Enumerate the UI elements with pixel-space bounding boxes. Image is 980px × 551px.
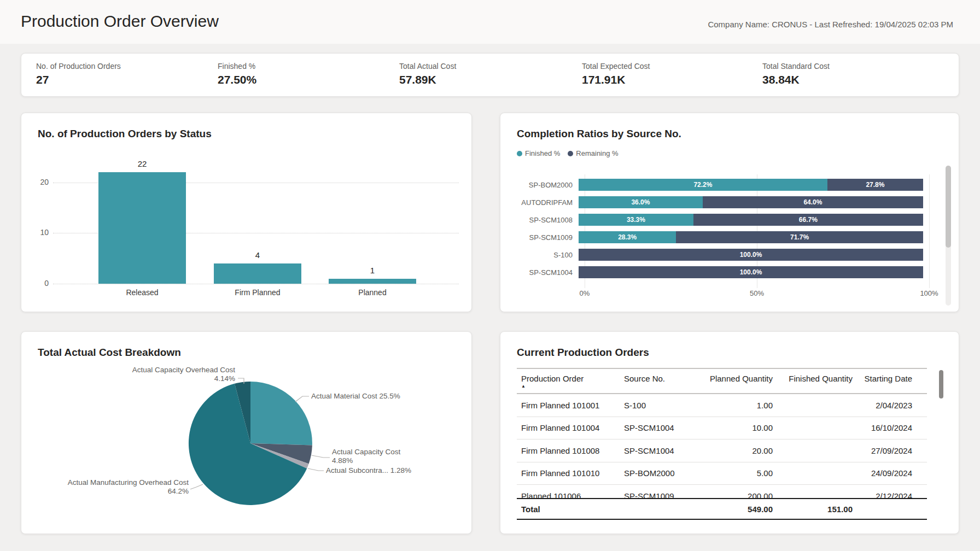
category-label: AUTODRIPFAM	[517, 198, 579, 207]
bar-chart-plot-area: 0102022Released4Firm Planned1Planned	[21, 113, 472, 313]
category-label: SP-BOM2000	[517, 181, 579, 189]
kpi-finished-pct: Finished % 27.50%	[218, 62, 256, 86]
page-title: Production Order Overview	[21, 12, 219, 31]
dashboard-page: Production Order Overview Company Name: …	[0, 0, 980, 551]
column-header-production-order[interactable]: Production Order▲	[517, 369, 624, 393]
table-cell: 2/04/2023	[853, 401, 927, 410]
table-title: Current Production Orders	[517, 347, 649, 359]
column-header-finished-quantity[interactable]: Finished Quantity	[773, 369, 853, 393]
cost-breakdown-chart-card: Actual Material Cost 25.5%Actual Capacit…	[21, 331, 472, 534]
kpi-value: 27.50%	[218, 73, 256, 86]
table-row[interactable]: Firm Planned 101004SP-SCM100410.0016/10/…	[517, 417, 927, 440]
bar-released[interactable]	[98, 172, 186, 284]
segment-remaining[interactable]: 66.7%	[693, 214, 923, 226]
category-label: SP-SCM1009	[517, 233, 579, 242]
segment-value-label: 66.7%	[693, 216, 923, 224]
segment-remaining[interactable]: 27.8%	[827, 179, 923, 191]
column-header-label: Starting Date	[864, 374, 912, 383]
chart-title: Total Actual Cost Breakdown	[38, 347, 181, 359]
x-axis-tick: 50%	[750, 289, 764, 297]
table-row[interactable]: Planned 101006SP-SCM1009200.002/12/2024	[517, 485, 927, 498]
table-row[interactable]: Firm Planned 101010SP-BOM20005.0024/09/2…	[517, 462, 927, 485]
segment-finished[interactable]: 36.0%	[579, 196, 703, 208]
column-header-source-no-[interactable]: Source No.	[624, 369, 701, 393]
segment-finished[interactable]: 72.2%	[579, 179, 827, 191]
kpi-label: Finished %	[218, 62, 256, 71]
kpi-value: 171.91K	[582, 73, 650, 86]
table-cell: SP-SCM1009	[624, 491, 701, 498]
table-cell: Firm Planned 101008	[517, 446, 624, 455]
pie-slice-actual-material-cost[interactable]	[250, 382, 312, 446]
column-header-starting-date[interactable]: Starting Date	[853, 369, 927, 393]
chart-scrollbar-thumb[interactable]	[946, 166, 951, 248]
category-label: SP-SCM1004	[517, 268, 579, 277]
segment-finished[interactable]: 33.3%	[579, 214, 693, 226]
total-cell: 549.00	[701, 505, 773, 514]
pie-callout-label: 4.14%	[214, 374, 235, 383]
stacked-bar-row: SP-BOM200072.2%27.8%	[517, 179, 929, 191]
segment-remaining[interactable]: 100.0%	[579, 249, 923, 261]
segment-value-label: 100.0%	[579, 251, 923, 259]
table-scrollbar-thumb[interactable]	[939, 370, 943, 398]
column-header-label: Production Order	[521, 374, 584, 383]
column-header-label: Planned Quantity	[710, 374, 773, 383]
column-header-label: Finished Quantity	[789, 374, 853, 383]
stacked-bar-track: 72.2%27.8%	[579, 179, 923, 191]
table-cell: SP-SCM1004	[624, 423, 701, 432]
table-header-row: Production Order▲Source No.Planned Quant…	[517, 368, 927, 394]
total-cell: Total	[517, 505, 624, 514]
segment-value-label: 33.3%	[579, 216, 693, 224]
segment-finished[interactable]: 28.3%	[579, 231, 676, 243]
segment-remaining[interactable]: 64.0%	[703, 196, 923, 208]
sort-ascending-icon: ▲	[521, 384, 526, 389]
kpi-value: 38.84K	[762, 73, 830, 86]
total-cell: 151.00	[773, 505, 853, 514]
segment-value-label: 64.0%	[703, 198, 923, 206]
stacked-chart-rows: SP-BOM200072.2%27.8%AUTODRIPFAM36.0%64.0…	[517, 179, 929, 284]
stacked-bar-track: 100.0%	[579, 249, 923, 261]
pie-callout-label: Actual Capacity Cost	[332, 448, 401, 456]
table: Production Order▲Source No.Planned Quant…	[517, 368, 927, 520]
y-axis-tick: 20	[27, 178, 49, 186]
table-row[interactable]: Firm Planned 101008SP-SCM100420.0027/09/…	[517, 439, 927, 462]
x-axis-label: Firm Planned	[208, 288, 307, 297]
y-axis-tick: 0	[27, 279, 49, 288]
category-label: S-100	[517, 251, 579, 259]
table-cell: 2/12/2024	[853, 491, 927, 498]
stacked-bar-row: SP-SCM100833.3%66.7%	[517, 214, 929, 226]
bar-value-label: 1	[351, 266, 394, 275]
segment-value-label: 28.3%	[579, 233, 676, 241]
kpi-label: Total Expected Cost	[582, 62, 650, 71]
kpi-no-of-production-orders: No. of Production Orders 27	[36, 62, 121, 86]
x-axis-label: Planned	[323, 288, 422, 297]
kpi-label: Total Standard Cost	[762, 62, 830, 71]
x-axis-tick: 0%	[580, 289, 590, 297]
stacked-bar-row: AUTODRIPFAM36.0%64.0%	[517, 196, 929, 208]
table-cell: 16/10/2024	[853, 423, 927, 432]
pie-callout-label: Actual Manufacturing Overhead Cost	[68, 478, 189, 486]
kpi-value: 57.89K	[399, 73, 456, 86]
table-cell: SP-BOM2000	[624, 468, 701, 478]
kpi-strip-card: No. of Production Orders 27 Finished % 2…	[21, 53, 959, 97]
segment-value-label: 100.0%	[579, 268, 923, 276]
table-body-viewport[interactable]: Firm Planned 101001S-1001.002/04/2023Fir…	[517, 394, 927, 498]
table-cell: Planned 101006	[517, 491, 624, 498]
pie-callout-label: Actual Material Cost 25.5%	[311, 392, 400, 400]
segment-value-label: 27.8%	[827, 181, 923, 189]
segment-value-label: 36.0%	[579, 198, 703, 206]
stacked-bar-row: S-100100.0%	[517, 249, 929, 261]
table-cell: Firm Planned 101001	[517, 401, 624, 410]
segment-remaining[interactable]: 100.0%	[579, 266, 923, 278]
x-axis-tick: 100%	[920, 289, 938, 297]
column-header-planned-quantity[interactable]: Planned Quantity	[701, 369, 773, 393]
table-row[interactable]: Firm Planned 101001S-1001.002/04/2023	[517, 394, 927, 417]
pie-callout-label: Actual Subcontra... 1.28%	[326, 466, 411, 474]
orders-by-status-chart-card: 0102022Released4Firm Planned1Planned No.…	[21, 113, 472, 312]
bar-planned[interactable]	[329, 279, 416, 284]
chart-scrollbar[interactable]	[946, 166, 951, 306]
segment-remaining[interactable]: 71.7%	[676, 231, 923, 243]
kpi-total-actual-cost: Total Actual Cost 57.89K	[399, 62, 456, 86]
bar-firm-planned[interactable]	[214, 263, 301, 284]
table-cell: 10.00	[701, 423, 773, 432]
current-production-orders-card: Current Production Orders Production Ord…	[500, 331, 959, 534]
